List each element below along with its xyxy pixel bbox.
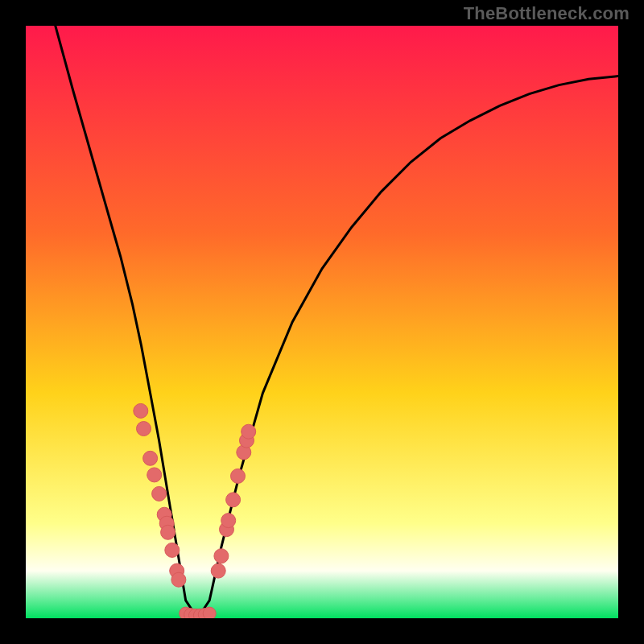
data-dot: [161, 525, 175, 539]
outer-frame: TheBottleneck.com: [0, 0, 644, 644]
data-dot: [203, 607, 216, 618]
data-dot: [147, 468, 162, 482]
data-dot: [242, 424, 256, 439]
data-dot: [231, 469, 246, 483]
watermark-text: TheBottleneck.com: [464, 3, 630, 24]
data-dot: [134, 403, 148, 418]
data-dot: [143, 451, 158, 465]
data-dot: [165, 543, 180, 557]
bottleneck-chart: [26, 26, 618, 618]
data-dot: [152, 486, 167, 501]
plot-area: [26, 26, 618, 618]
data-dot: [211, 564, 225, 578]
data-dot: [171, 572, 186, 587]
data-dot: [214, 549, 229, 564]
gradient-background: [26, 26, 618, 618]
data-dot: [221, 514, 236, 528]
data-dot: [226, 493, 241, 507]
data-dot: [137, 422, 151, 436]
